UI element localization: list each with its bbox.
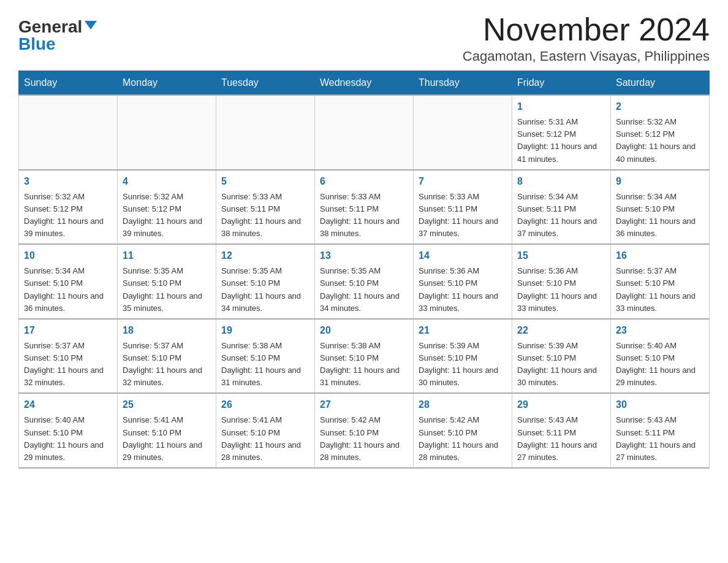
calendar-cell: 20Sunrise: 5:38 AMSunset: 5:10 PMDayligh… [315,319,414,394]
day-number: 10 [24,248,112,263]
day-info: Sunrise: 5:31 AMSunset: 5:12 PMDaylight:… [517,116,605,166]
calendar-cell: 21Sunrise: 5:39 AMSunset: 5:10 PMDayligh… [414,319,512,394]
calendar-cell: 16Sunrise: 5:37 AMSunset: 5:10 PMDayligh… [611,244,710,319]
calendar-cell: 30Sunrise: 5:43 AMSunset: 5:11 PMDayligh… [611,393,710,468]
day-info: Sunrise: 5:33 AMSunset: 5:11 PMDaylight:… [419,191,507,240]
calendar-header-friday: Friday [512,71,611,96]
calendar-cell: 9Sunrise: 5:34 AMSunset: 5:10 PMDaylight… [611,170,710,245]
day-info: Sunrise: 5:32 AMSunset: 5:12 PMDaylight:… [24,191,112,240]
day-number: 17 [24,323,112,338]
calendar-cell: 3Sunrise: 5:32 AMSunset: 5:12 PMDaylight… [19,170,118,245]
day-number: 24 [24,397,112,412]
calendar-cell: 23Sunrise: 5:40 AMSunset: 5:10 PMDayligh… [611,319,710,394]
calendar-header-wednesday: Wednesday [315,71,414,96]
day-number: 26 [221,397,309,412]
calendar-cell: 8Sunrise: 5:34 AMSunset: 5:11 PMDaylight… [512,170,611,245]
calendar-cell: 2Sunrise: 5:32 AMSunset: 5:12 PMDaylight… [611,95,710,170]
calendar-header-saturday: Saturday [611,71,710,96]
calendar-header-monday: Monday [118,71,216,96]
calendar-cell: 15Sunrise: 5:36 AMSunset: 5:10 PMDayligh… [512,244,611,319]
day-info: Sunrise: 5:32 AMSunset: 5:12 PMDaylight:… [123,191,211,240]
calendar-cell: 17Sunrise: 5:37 AMSunset: 5:10 PMDayligh… [19,319,118,394]
day-number: 22 [517,323,605,338]
day-info: Sunrise: 5:40 AMSunset: 5:10 PMDaylight:… [24,414,112,464]
day-info: Sunrise: 5:42 AMSunset: 5:10 PMDaylight:… [320,414,408,464]
day-number: 21 [419,323,507,338]
day-info: Sunrise: 5:38 AMSunset: 5:10 PMDaylight:… [221,340,309,389]
day-info: Sunrise: 5:40 AMSunset: 5:10 PMDaylight:… [616,340,704,389]
calendar-cell [19,95,118,170]
day-info: Sunrise: 5:37 AMSunset: 5:10 PMDaylight:… [123,340,211,389]
calendar-header-sunday: Sunday [19,71,118,96]
calendar-cell [414,95,512,170]
day-number: 11 [123,248,211,263]
day-number: 14 [419,248,507,263]
day-info: Sunrise: 5:41 AMSunset: 5:10 PMDaylight:… [221,414,309,464]
calendar-cell: 4Sunrise: 5:32 AMSunset: 5:12 PMDaylight… [118,170,216,245]
day-number: 4 [123,174,211,189]
calendar-cell: 28Sunrise: 5:42 AMSunset: 5:10 PMDayligh… [414,393,512,468]
calendar-cell: 18Sunrise: 5:37 AMSunset: 5:10 PMDayligh… [118,319,216,394]
logo-general-text: General [18,18,82,36]
calendar-cell [216,95,315,170]
day-info: Sunrise: 5:34 AMSunset: 5:10 PMDaylight:… [616,191,704,240]
calendar-cell: 7Sunrise: 5:33 AMSunset: 5:11 PMDaylight… [414,170,512,245]
day-info: Sunrise: 5:36 AMSunset: 5:10 PMDaylight:… [419,265,507,315]
day-number: 12 [221,248,309,263]
calendar-cell: 14Sunrise: 5:36 AMSunset: 5:10 PMDayligh… [414,244,512,319]
day-number: 8 [517,174,605,189]
day-number: 1 [517,99,605,114]
day-info: Sunrise: 5:43 AMSunset: 5:11 PMDaylight:… [616,414,704,464]
day-number: 23 [616,323,704,338]
day-number: 25 [123,397,211,412]
day-number: 30 [616,397,704,412]
calendar-cell: 1Sunrise: 5:31 AMSunset: 5:12 PMDaylight… [512,95,611,170]
calendar-cell: 25Sunrise: 5:41 AMSunset: 5:10 PMDayligh… [118,393,216,468]
day-info: Sunrise: 5:34 AMSunset: 5:11 PMDaylight:… [517,191,605,240]
day-number: 19 [221,323,309,338]
day-number: 28 [419,397,507,412]
calendar-cell: 5Sunrise: 5:33 AMSunset: 5:11 PMDaylight… [216,170,315,245]
day-number: 18 [123,323,211,338]
day-info: Sunrise: 5:39 AMSunset: 5:10 PMDaylight:… [419,340,507,389]
calendar-week-row: 10Sunrise: 5:34 AMSunset: 5:10 PMDayligh… [19,244,710,319]
calendar-cell [315,95,414,170]
day-info: Sunrise: 5:38 AMSunset: 5:10 PMDaylight:… [320,340,408,389]
calendar-cell: 6Sunrise: 5:33 AMSunset: 5:11 PMDaylight… [315,170,414,245]
day-number: 20 [320,323,408,338]
day-info: Sunrise: 5:35 AMSunset: 5:10 PMDaylight:… [320,265,408,315]
day-number: 29 [517,397,605,412]
day-number: 5 [221,174,309,189]
title-block: November 2024 Cagamotan, Eastern Visayas… [463,12,710,64]
calendar-week-row: 17Sunrise: 5:37 AMSunset: 5:10 PMDayligh… [19,319,710,394]
day-info: Sunrise: 5:39 AMSunset: 5:10 PMDaylight:… [517,340,605,389]
calendar-cell: 29Sunrise: 5:43 AMSunset: 5:11 PMDayligh… [512,393,611,468]
day-info: Sunrise: 5:32 AMSunset: 5:12 PMDaylight:… [616,116,704,166]
day-number: 9 [616,174,704,189]
day-info: Sunrise: 5:35 AMSunset: 5:10 PMDaylight:… [221,265,309,315]
day-number: 13 [320,248,408,263]
calendar-header-tuesday: Tuesday [216,71,315,96]
calendar-cell: 13Sunrise: 5:35 AMSunset: 5:10 PMDayligh… [315,244,414,319]
calendar-header-row: SundayMondayTuesdayWednesdayThursdayFrid… [19,71,710,96]
day-number: 15 [517,248,605,263]
calendar-cell: 27Sunrise: 5:42 AMSunset: 5:10 PMDayligh… [315,393,414,468]
calendar-cell [118,95,216,170]
day-number: 27 [320,397,408,412]
calendar-cell: 11Sunrise: 5:35 AMSunset: 5:10 PMDayligh… [118,244,216,319]
day-info: Sunrise: 5:37 AMSunset: 5:10 PMDaylight:… [24,340,112,389]
day-info: Sunrise: 5:35 AMSunset: 5:10 PMDaylight:… [123,265,211,315]
calendar-week-row: 1Sunrise: 5:31 AMSunset: 5:12 PMDaylight… [19,95,710,170]
calendar-cell: 22Sunrise: 5:39 AMSunset: 5:10 PMDayligh… [512,319,611,394]
calendar-cell: 26Sunrise: 5:41 AMSunset: 5:10 PMDayligh… [216,393,315,468]
day-info: Sunrise: 5:34 AMSunset: 5:10 PMDaylight:… [24,265,112,315]
logo-triangle-icon [85,21,97,29]
location-text: Cagamotan, Eastern Visayas, Philippines [463,48,710,64]
calendar-cell: 24Sunrise: 5:40 AMSunset: 5:10 PMDayligh… [19,393,118,468]
day-info: Sunrise: 5:36 AMSunset: 5:10 PMDaylight:… [517,265,605,315]
day-info: Sunrise: 5:37 AMSunset: 5:10 PMDaylight:… [616,265,704,315]
day-number: 16 [616,248,704,263]
calendar-week-row: 24Sunrise: 5:40 AMSunset: 5:10 PMDayligh… [19,393,710,468]
calendar-cell: 10Sunrise: 5:34 AMSunset: 5:10 PMDayligh… [19,244,118,319]
day-info: Sunrise: 5:33 AMSunset: 5:11 PMDaylight:… [221,191,309,240]
